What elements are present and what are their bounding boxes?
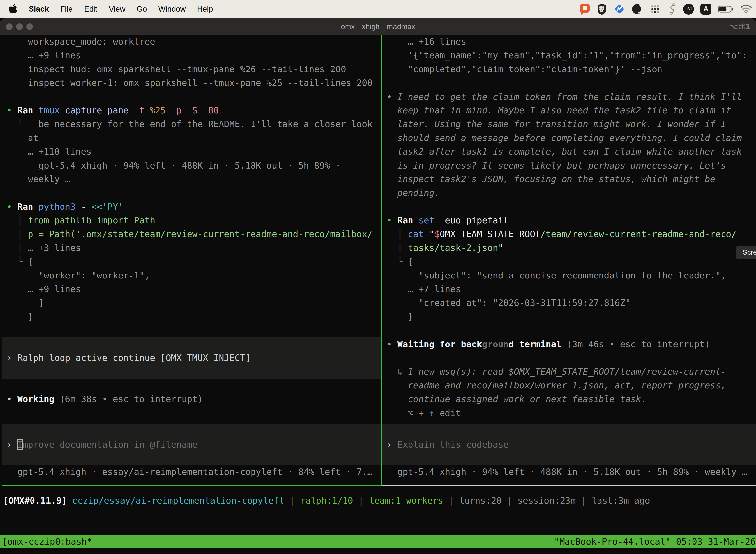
terminal-line [387, 200, 756, 214]
squiggle-icon[interactable] [667, 3, 677, 15]
overlay-label: Scre [743, 248, 756, 257]
terminal-line: … +16 lines [387, 35, 756, 48]
terminal-line [7, 379, 381, 392]
wifi-icon[interactable] [740, 3, 752, 15]
window-title: omx --xhigh --madmax [0, 18, 756, 35]
shield-grid-icon[interactable] [597, 3, 607, 15]
terminal-line: │ p = Path('.omx/state/team/review-curre… [7, 227, 381, 241]
terminal-line: keep that in mind. Maybe I also need the… [387, 104, 756, 117]
terminal-line: later. Using the same for transition mig… [387, 117, 756, 131]
menu-item-edit[interactable]: Edit [84, 5, 97, 14]
terminal-line: └ { [7, 255, 381, 268]
terminal-line: "worker": "worker-1", [7, 269, 381, 282]
terminal-line [387, 323, 756, 337]
terminal-line: gpt-5.4 xhigh · 94% left · 488K in · 5.1… [7, 159, 381, 172]
tmux-status-bar: [omx-cczip0:bash* "MacBook-Pro-44.local"… [0, 535, 756, 548]
omx-status-line: [OMX#0.11.9] cczip/essay/ai-reimplementa… [3, 494, 752, 507]
menu-item-file[interactable]: File [60, 5, 73, 14]
terminal-line: • Ran set -euo pipefail [387, 214, 756, 227]
menu-item-window[interactable]: Window [158, 5, 186, 14]
terminal-line: └ { [387, 255, 756, 268]
terminal-line: } [7, 310, 381, 323]
menu-item-help[interactable]: Help [197, 5, 213, 14]
terminal-line [387, 351, 756, 365]
terminal-line: pending. [387, 186, 756, 200]
screen-overlay-chip[interactable]: Scre [736, 246, 756, 259]
terminal-pane-right[interactable]: … +16 lines '{"team_name":"my-team","tas… [382, 35, 756, 486]
pane-divider[interactable] [381, 35, 382, 486]
window-shortcut-hint: ⌥⌘1 [729, 18, 751, 35]
terminal-line: task2 after task1 is complete, but can I… [387, 145, 756, 158]
terminal-input-band[interactable]: › Improve documentation in @filename [2, 424, 381, 465]
terminal-line: at [7, 131, 381, 145]
terminal-line: continue assigned work or next feasible … [387, 392, 756, 406]
terminal-line: "subject": "send a concise recommendatio… [387, 269, 756, 282]
terminal-line: workspace_mode: worktree [7, 35, 381, 48]
terminal-line: weekly … [7, 172, 381, 186]
menu-item-go[interactable]: Go [137, 5, 147, 14]
terminal-line [7, 323, 381, 337]
terminal-line: gpt-5.4 xhigh · 94% left · 488K in · 5.1… [387, 465, 756, 479]
apple-icon[interactable] [9, 4, 17, 14]
terminal-line: … +9 lines [7, 48, 381, 62]
terminal-line: … +7 lines [387, 282, 756, 296]
terminal-line: │ tasks/task-2.json" [387, 241, 756, 255]
input-source-icon[interactable]: A [700, 4, 711, 15]
terminal-line: ⌥ + ↑ edit [387, 406, 756, 420]
blue-zigzag-icon[interactable] [614, 3, 625, 15]
terminal-input-band[interactable]: › Ralph loop active continue [OMX_TMUX_I… [2, 337, 381, 379]
terminal-line: inspect task2's JSON, focusing on the st… [387, 172, 756, 186]
pane-border-left [2, 485, 382, 486]
terminal-line [7, 406, 381, 420]
terminal-line: "created_at": "2026-03-31T11:59:27.816Z" [387, 296, 756, 310]
terminal-line: inspect_worker-1: omx sparkshell --tmux-… [7, 76, 381, 90]
terminal-pane-left[interactable]: workspace_mode: worktree … +9 lines insp… [2, 35, 381, 486]
terminal-line: … +9 lines [7, 282, 381, 296]
terminal-line: • I need to get the claim token from the… [387, 90, 756, 104]
terminal-line [387, 76, 756, 90]
terminal-line: is in progress? It seems likely but perh… [387, 159, 756, 172]
tmux-host-clock: "MacBook-Pro-44.local" 05:03 31-Mar-26 [554, 536, 756, 547]
terminal-line: readme-and-reco/mailbox/worker-1.json, a… [387, 379, 756, 392]
spacer [387, 420, 756, 424]
screen: Slack File Edit View Go Window Help [0, 0, 756, 554]
terminal-line: • Ran tmux capture-pane -t %25 -p -S -80 [7, 104, 381, 117]
terminal-line: • Waiting for background terminal (3m 46… [387, 337, 756, 351]
terminal-line: • Ran python3 - <<'PY' [7, 200, 381, 214]
omx-status-bar: [OMX#0.11.9] cczip/essay/ai-reimplementa… [3, 494, 752, 507]
terminal-line: ] [7, 296, 381, 310]
menu-bar: Slack File Edit View Go Window Help [0, 0, 756, 18]
terminal-window: omx --xhigh --madmax ⌥⌘1 workspace_mode:… [0, 18, 756, 554]
battery-icon[interactable] [718, 3, 734, 15]
crescent-circle-icon[interactable] [631, 3, 643, 15]
terminal-line: should send a message before completing … [387, 131, 756, 145]
menu-app-name[interactable]: Slack [29, 5, 49, 14]
screenshot-app-icon[interactable] [579, 3, 590, 15]
terminal-line: │ cat "$OMX_TEAM_STATE_ROOT/team/review-… [387, 227, 756, 241]
menu-item-view[interactable]: View [109, 5, 125, 14]
tmux-session-label[interactable]: [omx-cczip0:bash* [0, 536, 92, 547]
terminal-input-band[interactable]: › Explain this codebase [382, 424, 756, 465]
pane-border-right [382, 485, 756, 486]
terminal-line: gpt-5.4 xhigh · essay/ai-reimplementatio… [7, 465, 381, 479]
terminal-line: inspect_hud: omx sparkshell --tmux-pane … [7, 62, 381, 76]
terminal-line: │ … +3 lines [7, 241, 381, 255]
dots-grid-icon[interactable] [649, 3, 661, 15]
terminal-line: ↳ 1 new msg(s): read $OMX_TEAM_STATE_ROO… [387, 365, 756, 378]
terminal-line: "completed","claim_token":"claim-token"}… [387, 62, 756, 76]
terminal-line: │ from pathlib import Path [7, 214, 381, 227]
terminal-line: … +110 lines [7, 145, 381, 158]
terminal-line [7, 90, 381, 104]
terminal-line: } [387, 310, 756, 323]
terminal-line: • Working (6m 38s • esc to interrupt) [7, 392, 381, 406]
terminal-line: '{"team_name":"my-team","task_id":"1","f… [387, 48, 756, 62]
battery-percent-badge[interactable]: ..61 [683, 4, 694, 15]
terminal-line [7, 186, 381, 200]
terminal-line: └ be necessary for the end of the README… [7, 117, 381, 131]
title-bar: omx --xhigh --madmax ⌥⌘1 [0, 18, 756, 35]
spacer [7, 420, 381, 424]
